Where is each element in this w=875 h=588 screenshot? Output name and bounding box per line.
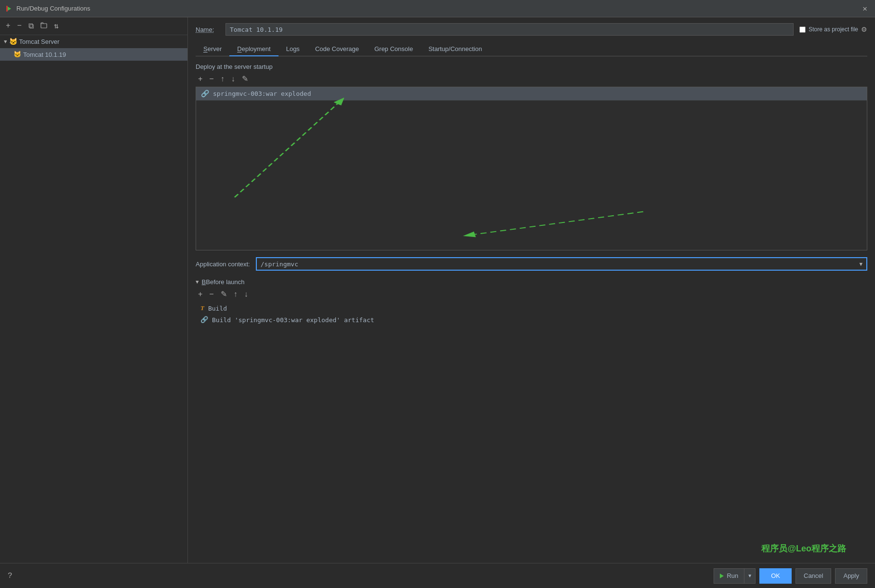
- store-file-row: Store as project file ⚙: [799, 26, 867, 33]
- app-context-label: Application context:: [196, 261, 250, 268]
- svg-rect-1: [6, 6, 8, 12]
- name-label: Name:: [196, 26, 220, 33]
- bl-up-button[interactable]: ↑: [231, 288, 240, 300]
- deploy-down-button[interactable]: ↓: [229, 74, 238, 84]
- bl-item-build-label: Build: [208, 305, 227, 312]
- sidebar-tree: ▼ 🐱 Tomcat Server 🐱 Tomcat 10.1.19: [0, 35, 187, 575]
- bl-artifact-icon: 🔗: [200, 316, 208, 324]
- ok-button[interactable]: OK: [759, 568, 792, 584]
- app-context-value: /springmvc: [261, 261, 298, 268]
- run-chevron-icon: ▼: [747, 573, 752, 578]
- app-context-row: Application context: /springmvc ▼: [196, 257, 867, 271]
- run-dropdown-arrow[interactable]: ▼: [744, 569, 755, 583]
- deploy-toolbar: + − ↑ ↓ ✎: [196, 74, 867, 84]
- title-bar-left: Run/Debug Configurations: [5, 5, 90, 13]
- name-row: Name: Store as project file ⚙: [196, 23, 867, 36]
- run-main-button[interactable]: Run: [714, 569, 744, 583]
- bottom-buttons: Run ▼ OK Cancel Apply: [714, 568, 867, 584]
- store-checkbox[interactable]: [799, 26, 806, 33]
- tree-item-label: Tomcat 10.1.19: [23, 51, 66, 58]
- cancel-button[interactable]: Cancel: [795, 568, 831, 584]
- store-label: Store as project file: [809, 26, 858, 33]
- deploy-section-title: Deploy at the server startup: [196, 63, 867, 70]
- add-config-button[interactable]: +: [4, 21, 13, 31]
- run-triangle-icon: [720, 574, 724, 578]
- dropdown-arrow-icon: ▼: [859, 261, 862, 267]
- bl-add-button[interactable]: +: [196, 288, 205, 300]
- window-title: Run/Debug Configurations: [16, 5, 90, 12]
- before-launch-header: ▼ BBefore launch: [196, 278, 867, 286]
- watermark: 程序员@Leo程序之路: [761, 543, 846, 554]
- bl-item-0: T Build: [198, 302, 867, 314]
- tree-group-label: Tomcat Server: [19, 38, 60, 45]
- deploy-add-button[interactable]: +: [196, 74, 205, 84]
- tomcat-item-icon: 🐱: [13, 51, 21, 58]
- tab-code-coverage[interactable]: Code Coverage: [307, 42, 367, 56]
- tree-chevron-icon: ▼: [4, 39, 7, 45]
- before-launch-collapse-icon[interactable]: ▼: [196, 279, 199, 285]
- run-label: Run: [727, 572, 738, 579]
- before-launch-toolbar: + − ✎ ↑ ↓: [196, 288, 867, 300]
- svg-rect-2: [41, 24, 47, 28]
- tomcat-server-icon: 🐱: [9, 38, 17, 46]
- run-button-group[interactable]: Run ▼: [714, 568, 756, 584]
- annotation-arrows: [196, 87, 867, 250]
- bl-item-1: 🔗 Build 'springmvc-003:war exploded' art…: [198, 314, 867, 326]
- tab-server[interactable]: Server: [196, 42, 229, 56]
- sidebar-toolbar: + − ⧉ ⇅: [0, 17, 187, 35]
- bl-edit-button[interactable]: ✎: [218, 288, 229, 300]
- remove-config-button[interactable]: −: [15, 21, 24, 31]
- svg-line-3: [235, 99, 343, 197]
- before-launch-title: BBefore launch: [202, 278, 245, 286]
- bl-down-button[interactable]: ↓: [242, 288, 251, 300]
- apply-button[interactable]: Apply: [835, 568, 867, 584]
- sort-button[interactable]: ⇅: [52, 20, 61, 32]
- tree-group-tomcat-server[interactable]: ▼ 🐱 Tomcat Server: [0, 35, 187, 48]
- deploy-edit-button[interactable]: ✎: [239, 74, 251, 84]
- content-area: Name: Store as project file ⚙ Server Dep…: [188, 17, 875, 588]
- main-container: + − ⧉ ⇅ ▼ 🐱 Tomcat Server 🐱 Tomcat 10.1.…: [0, 17, 875, 588]
- close-button[interactable]: ✕: [860, 3, 870, 14]
- svg-line-4: [466, 211, 643, 235]
- tree-item-tomcat-10[interactable]: 🐱 Tomcat 10.1.19: [0, 48, 187, 61]
- help-icon[interactable]: ?: [8, 572, 13, 580]
- before-launch-list: T Build 🔗 Build 'springmvc-003:war explo…: [196, 302, 867, 326]
- name-input[interactable]: [225, 23, 794, 36]
- tab-startup-connection[interactable]: Startup/Connection: [421, 42, 490, 56]
- gear-icon[interactable]: ⚙: [861, 26, 867, 33]
- bl-remove-button[interactable]: −: [207, 288, 216, 300]
- bl-build-icon: T: [200, 304, 204, 312]
- deploy-item-icon: 🔗: [201, 90, 209, 98]
- folder-button[interactable]: [39, 21, 49, 32]
- copy-config-button[interactable]: ⧉: [27, 21, 36, 32]
- deploy-up-button[interactable]: ↑: [218, 74, 227, 84]
- tab-grep-console[interactable]: Grep Console: [367, 42, 421, 56]
- tab-logs[interactable]: Logs: [278, 42, 307, 56]
- bottom-bar: ? Run ▼ OK Cancel Apply: [0, 563, 875, 588]
- sidebar: + − ⧉ ⇅ ▼ 🐱 Tomcat Server 🐱 Tomcat 10.1.…: [0, 17, 188, 588]
- deploy-item-label: springmvc-003:war exploded: [213, 90, 311, 97]
- tab-deployment[interactable]: Deployment: [229, 42, 278, 56]
- title-bar: Run/Debug Configurations ✕: [0, 0, 875, 17]
- app-context-select[interactable]: /springmvc ▼: [256, 257, 867, 271]
- run-debug-icon: [5, 5, 13, 13]
- deploy-list: 🔗 springmvc-003:war exploded: [196, 87, 867, 250]
- tabs-row: Server Deployment Logs Code Coverage Gre…: [196, 42, 867, 56]
- bl-item-artifact-label: Build 'springmvc-003:war exploded' artif…: [212, 316, 374, 324]
- deploy-remove-button[interactable]: −: [207, 74, 216, 84]
- deploy-item-0[interactable]: 🔗 springmvc-003:war exploded: [196, 87, 867, 101]
